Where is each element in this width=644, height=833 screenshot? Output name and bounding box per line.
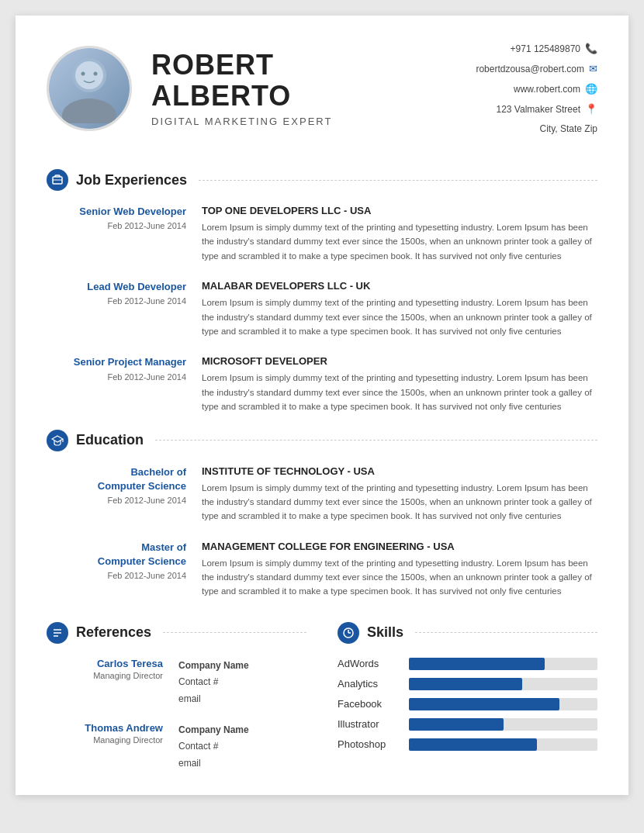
skill-bar-fill (409, 738, 537, 751)
education-divider (155, 440, 597, 441)
skill-label: AdWords (338, 658, 400, 669)
skill-bar-bg (409, 698, 597, 710)
job-experiences-title: Job Experiences (76, 172, 187, 188)
job-entry-right: MICROSOFT DEVELOPER Lorem Ipsum is simpl… (202, 355, 597, 413)
references-column: References Carlos Teresa Managing Direct… (47, 614, 322, 773)
avatar (47, 46, 132, 131)
address-line1: 123 Valmaker Street (497, 100, 581, 119)
edu-date: Feb 2012-June 2014 (47, 571, 186, 580)
edu-entry-right: INSTITUTE OF TECHNOLOGY - USA Lorem Ipsu… (202, 465, 597, 524)
website-url: www.robert.com (514, 80, 580, 99)
skills-title: Skills (367, 624, 403, 641)
contact-website-row: www.robert.com 🌐 (476, 79, 597, 99)
header-name-block: ROBERT ALBERTO DIGITAL MARKETING EXPERT (151, 50, 476, 126)
references-header: References (47, 622, 306, 644)
references-divider (163, 632, 306, 633)
edu-company: INSTITUTE OF TECHNOLOGY - USA (202, 465, 597, 477)
svg-point-2 (75, 61, 103, 89)
ref-title: Managing Director (47, 735, 163, 745)
skill-label: Illustrator (338, 718, 400, 730)
job-role: Lead Web Developer (47, 280, 186, 294)
job-entry-row: Lead Web Developer Feb 2012-June 2014 MA… (47, 280, 597, 338)
job-date: Feb 2012-June 2014 (47, 372, 186, 382)
job-company: TOP ONE DEVELOPERS LLC - USA (202, 205, 597, 216)
job-entry-row: Senior Web Developer Feb 2012-June 2014 … (47, 205, 597, 263)
job-experiences-divider (199, 180, 597, 181)
ref-contact: Contact # (178, 738, 306, 755)
skill-row: Facebook (338, 698, 597, 710)
job-entry-left: Senior Project Manager Feb 2012-June 201… (47, 355, 186, 413)
email-icon: ✉ (589, 59, 597, 79)
skill-bar-fill (409, 718, 504, 731)
edu-role: Master of Computer Science (47, 541, 186, 569)
ref-title: Managing Director (47, 671, 163, 680)
job-date: Feb 2012-June 2014 (47, 221, 186, 230)
skill-label: Photoshop (338, 738, 400, 750)
ref-name: Carlos Teresa (47, 658, 163, 669)
skill-row: Photoshop (338, 738, 597, 751)
job-desc: Lorem Ipsum is simply dummy text of the … (202, 296, 597, 338)
ref-email: email (178, 691, 306, 708)
ref-entry-row: Carlos Teresa Managing Director Company … (47, 658, 306, 708)
references-title: References (76, 624, 151, 641)
job-entry-row: Senior Project Manager Feb 2012-June 201… (47, 355, 597, 413)
skill-row: Analytics (338, 678, 597, 690)
skills-header: Skills (338, 622, 597, 644)
skill-bar-bg (409, 718, 597, 731)
svg-point-1 (62, 99, 116, 123)
education-title: Education (76, 432, 144, 448)
skill-row: Illustrator (338, 718, 597, 731)
bottom-section: References Carlos Teresa Managing Direct… (47, 614, 597, 773)
skill-bar-fill (409, 658, 545, 670)
job-entry-right: TOP ONE DEVELOPERS LLC - USA Lorem Ipsum… (202, 205, 597, 263)
job-experiences-header: Job Experiences (47, 169, 597, 191)
ref-entry-left: Thomas Andrew Managing Director (47, 722, 163, 773)
education-header: Education (47, 430, 597, 451)
edu-entry-left: Bachelor of Computer Science Feb 2012-Ju… (47, 465, 186, 524)
skill-bar-fill (409, 698, 559, 710)
job-company: MICROSOFT DEVELOPER (202, 355, 597, 367)
ref-entries: Carlos Teresa Managing Director Company … (47, 658, 306, 773)
skills-icon (338, 622, 359, 644)
skills-column: Skills AdWords Analytics Facebook Illust… (322, 614, 597, 773)
job-entries: Senior Web Developer Feb 2012-June 2014 … (47, 205, 597, 414)
edu-desc: Lorem Ipsum is simply dummy text of the … (202, 481, 597, 524)
education-section: Education Bachelor of Computer Science F… (47, 430, 597, 599)
ref-email: email (178, 755, 306, 773)
ref-entry-left: Carlos Teresa Managing Director (47, 658, 163, 708)
location-icon: 📍 (585, 99, 597, 119)
ref-name: Thomas Andrew (47, 722, 163, 734)
job-entry-right: MALABAR DEVELOPERS LLC - UK Lorem Ipsum … (202, 280, 597, 338)
education-icon (47, 430, 68, 451)
job-experiences-icon (47, 169, 68, 191)
skill-bar-bg (409, 678, 597, 690)
job-role: Senior Web Developer (47, 205, 186, 219)
job-role: Senior Project Manager (47, 355, 186, 369)
contact-address2-row: City, State Zip (476, 119, 597, 138)
phone-number: +971 125489870 (511, 40, 580, 58)
edu-entry-left: Master of Computer Science Feb 2012-June… (47, 541, 186, 599)
globe-icon: 🌐 (585, 79, 597, 99)
header-subtitle: DIGITAL MARKETING EXPERT (151, 116, 476, 127)
ref-entry-row: Thomas Andrew Managing Director Company … (47, 722, 306, 773)
contact-address1-row: 123 Valmaker Street 📍 (476, 99, 597, 119)
ref-contact: Contact # (178, 674, 306, 691)
address-line2: City, State Zip (540, 119, 597, 138)
full-name: ROBERT ALBERTO (151, 50, 476, 111)
edu-entry-right: MANAGEMENT COLLEGE FOR ENGINEERING - USA… (202, 541, 597, 599)
job-date: Feb 2012-June 2014 (47, 296, 186, 306)
job-desc: Lorem Ipsum is simply dummy text of the … (202, 371, 597, 413)
skill-bar-bg (409, 658, 597, 670)
ref-company: Company Name (178, 722, 306, 739)
edu-date: Feb 2012-June 2014 (47, 496, 186, 505)
edu-role: Bachelor of Computer Science (47, 465, 186, 493)
contact-phone-row: +971 125489870 📞 (476, 39, 597, 59)
skill-label: Analytics (338, 678, 400, 690)
job-entry-left: Senior Web Developer Feb 2012-June 2014 (47, 205, 186, 263)
skills-divider (415, 632, 597, 633)
skill-row: AdWords (338, 658, 597, 670)
skill-bar-bg (409, 738, 597, 751)
ref-entry-right: Company Name Contact # email (178, 658, 306, 708)
job-desc: Lorem Ipsum is simply dummy text of the … (202, 220, 597, 263)
job-company: MALABAR DEVELOPERS LLC - UK (202, 280, 597, 292)
